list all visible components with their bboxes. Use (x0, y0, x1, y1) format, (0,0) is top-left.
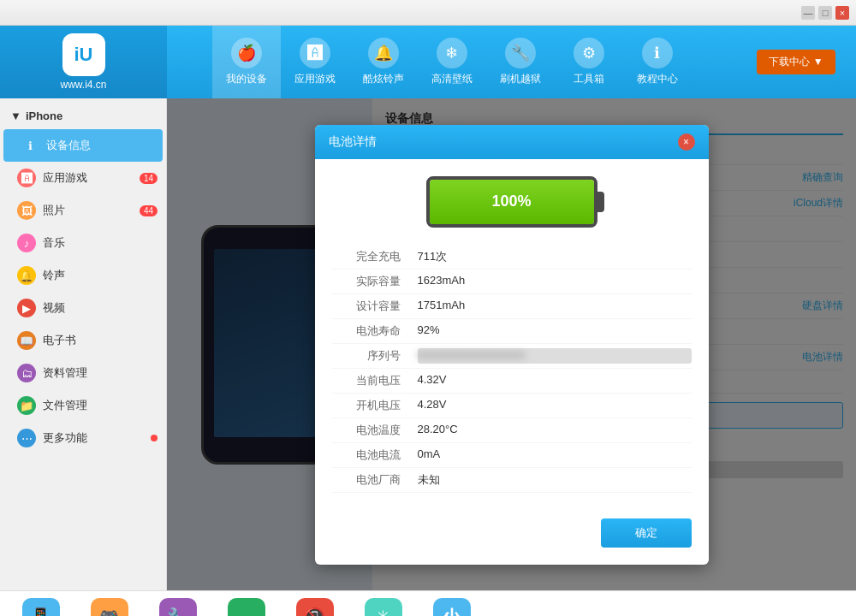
sidebar-icon-device-info: ℹ (21, 136, 39, 155)
nav-label-jailbreak: 刷机越狱 (500, 72, 541, 86)
nav-item-ringtones[interactable]: 🔔酷炫铃声 (349, 26, 418, 98)
tool-btn-install-mobile[interactable]: 📱安装移动端 (9, 598, 73, 616)
sidebar-icon-photos: 🖼 (17, 201, 36, 220)
battery-outer: 100% (426, 176, 597, 228)
modal-field-label-3: 电池寿命 (332, 323, 401, 339)
nav-item-tools[interactable]: ⚙工具箱 (555, 26, 623, 98)
nav-label-apps: 应用游戏 (294, 72, 336, 86)
tool-icon-fix-app-crash: 🔧 (159, 598, 197, 616)
sidebar-icon-ebook: 📖 (17, 331, 36, 350)
modal-field-label-1: 实际容量 (332, 274, 401, 289)
nav-item-tutorials[interactable]: ℹ教程中心 (623, 26, 692, 98)
nav-icon-ringtones: 🔔 (368, 38, 399, 68)
sidebar-item-photos[interactable]: 🖼照片44 (0, 194, 166, 227)
tool-btn-fix-app-crash[interactable]: 🔧修复应用弹窗 (146, 598, 210, 616)
minimize-button[interactable]: — (801, 6, 815, 20)
sidebar-section-header[interactable]: ▼ iPhone (0, 103, 166, 129)
close-button[interactable]: × (835, 6, 849, 20)
modal-field-value-8: 0mA (418, 447, 692, 463)
modal-field-row-5: 当前电压4.32V (332, 369, 692, 394)
download-button[interactable]: 下载中心 ▼ (757, 50, 835, 74)
sidebar-item-ringtones[interactable]: 🔔铃声 (0, 259, 166, 292)
sidebar-item-file-manage[interactable]: 📁文件管理 (0, 389, 166, 422)
modal-field-value-5: 4.32V (418, 373, 692, 388)
modal-header: 电池详情 × (315, 125, 709, 159)
modal-field-value-1: 1623mAh (418, 274, 692, 289)
nav-icon-wallpaper: ❄ (437, 38, 467, 68)
title-bar: — □ × (0, 0, 856, 26)
nav-icon-apps: 🅰 (300, 38, 330, 68)
sidebar-item-ebook[interactable]: 📖电子书 (0, 324, 166, 357)
bottom-toolbar: 📱安装移动端🎮修复游戏闪退🔧修复应用弹窗☁备份 / 恢复📵关闭 iOS 更新✳重… (0, 590, 856, 616)
tool-btn-backup[interactable]: ☁备份 / 恢复 (214, 598, 278, 616)
nav-item-jailbreak[interactable]: 🔧刷机越狱 (486, 26, 555, 98)
modal-close-button[interactable]: × (678, 133, 695, 151)
main-area: ▼ iPhone ℹ设备信息🅰应用游戏14🖼照片44♪音乐🔔铃声▶视频📖电子书🗂… (0, 98, 856, 590)
chevron-down-icon: ▼ (10, 110, 21, 122)
badge-apps: 14 (140, 173, 158, 184)
sidebar-icon-file-manage: 📁 (17, 396, 36, 415)
sidebar-item-device-info[interactable]: ℹ设备信息 (3, 129, 163, 162)
sidebar-item-music[interactable]: ♪音乐 (0, 227, 166, 259)
modal-field-label-7: 电池温度 (332, 423, 401, 438)
header-right: 下载中心 ▼ (736, 50, 856, 74)
nav-label-tutorials: 教程中心 (637, 72, 678, 86)
nav-label-wallpaper: 高清壁纸 (431, 72, 473, 86)
sidebar-icon-video: ▶ (17, 299, 36, 317)
modal-footer: 确定 (315, 510, 709, 565)
battery-detail-modal: 电池详情 × 100% 完全充电711次实际容量1623mAh设计容量1751m… (315, 125, 709, 565)
logo-text: www.i4.cn (60, 79, 106, 91)
sidebar-label-file-manage: 文件管理 (43, 398, 87, 413)
nav-items: 🍎我的设备🅰应用游戏🔔酷炫铃声❄高清壁纸🔧刷机越狱⚙工具箱ℹ教程中心 (167, 26, 736, 98)
modal-field-value-0: 711次 (418, 249, 692, 264)
sidebar-icon-data-manage: 🗂 (17, 364, 36, 382)
nav-item-wallpaper[interactable]: ❄高清壁纸 (418, 26, 486, 98)
modal-field-value-4: ■■■■■■■■■■■■■■■■ (418, 348, 692, 364)
battery-percentage: 100% (491, 192, 531, 210)
modal-field-row-2: 设计容量1751mAh (332, 294, 692, 319)
nav-icon-my-device: 🍎 (231, 38, 262, 68)
modal-field-value-7: 28.20°C (418, 423, 692, 438)
sidebar-label-ringtones: 铃声 (43, 268, 65, 283)
nav-label-tools: 工具箱 (574, 72, 604, 86)
sidebar-label-music: 音乐 (43, 235, 65, 251)
modal-field-value-6: 4.28V (418, 398, 692, 413)
modal-field-value-2: 1751mAh (418, 299, 692, 314)
battery-fill: 100% (430, 180, 594, 224)
modal-field-label-6: 开机电压 (332, 398, 401, 413)
modal-field-value-3: 92% (418, 323, 692, 339)
maximize-button[interactable]: □ (818, 6, 832, 20)
sidebar-label-photos: 照片 (43, 203, 65, 218)
tool-btn-restart[interactable]: ✳重启设备 (351, 598, 415, 616)
sidebar-icon-ringtones: 🔔 (17, 266, 36, 285)
sidebar-items: ℹ设备信息🅰应用游戏14🖼照片44♪音乐🔔铃声▶视频📖电子书🗂资料管理📁文件管理… (0, 129, 166, 454)
tool-icon-install-mobile: 📱 (22, 598, 60, 616)
modal-field-label-0: 完全充电 (332, 249, 401, 264)
sidebar-icon-apps: 🅰 (17, 169, 36, 187)
tool-btn-fix-game-crash[interactable]: 🎮修复游戏闪退 (77, 598, 141, 616)
sidebar-item-data-manage[interactable]: 🗂资料管理 (0, 357, 166, 389)
modal-field-label-2: 设计容量 (332, 299, 401, 314)
logo-area: iU www.i4.cn (0, 26, 167, 98)
modal-field-row-0: 完全充电711次 (332, 245, 692, 270)
modal-title: 电池详情 (329, 134, 377, 150)
badge-more (151, 435, 158, 441)
sidebar-item-more[interactable]: ⋯更多功能 (0, 422, 166, 454)
modal-field-row-3: 电池寿命92% (332, 319, 692, 344)
sidebar-label-ebook: 电子书 (43, 333, 76, 348)
tool-icon-close-ios-update: 📵 (296, 598, 334, 616)
content-area: 设备信息电量已满100%Apple ID锁未开启精确查询iCloud未开启iCl… (167, 98, 856, 590)
nav-item-my-device[interactable]: 🍎我的设备 (212, 26, 281, 98)
modal-field-value-9: 未知 (418, 472, 692, 488)
tool-btn-shutdown[interactable]: ⏻关闭设备 (419, 598, 484, 616)
modal-field-label-4: 序列号 (332, 348, 401, 364)
sidebar-item-video[interactable]: ▶视频 (0, 292, 166, 324)
modal-confirm-button[interactable]: 确定 (601, 518, 692, 548)
modal-field-row-7: 电池温度28.20°C (332, 418, 692, 443)
sidebar-section-label: iPhone (26, 110, 62, 122)
battery-visual: 100% (332, 176, 692, 228)
nav-item-apps[interactable]: 🅰应用游戏 (281, 26, 349, 98)
tool-btn-close-ios-update[interactable]: 📵关闭 iOS 更新 (282, 598, 347, 616)
sidebar-item-apps[interactable]: 🅰应用游戏14 (0, 162, 166, 194)
sidebar-icon-more: ⋯ (17, 429, 36, 447)
